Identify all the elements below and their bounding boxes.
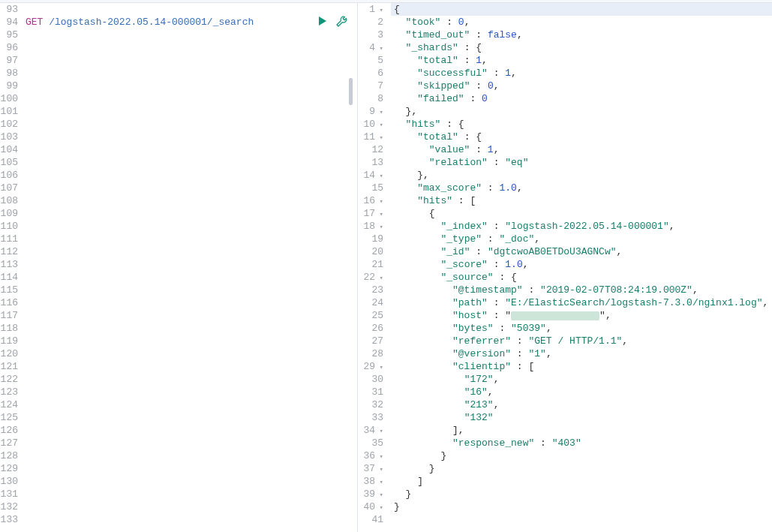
- code-line[interactable]: "@version" : "1",: [391, 347, 772, 360]
- code-line[interactable]: [23, 360, 357, 373]
- code-line[interactable]: "hits" : [: [391, 194, 772, 207]
- code-line[interactable]: [23, 335, 357, 347]
- code-line[interactable]: }: [391, 449, 772, 462]
- code-line[interactable]: [23, 54, 357, 67]
- code-line[interactable]: [23, 233, 357, 245]
- response-code[interactable]: { "took" : 0, "timed_out" : false, "_sha…: [391, 3, 772, 526]
- code-line[interactable]: [23, 462, 357, 475]
- fold-icon[interactable]: ▾: [375, 7, 383, 14]
- code-line[interactable]: "path" : "E:/ElasticSearch/logstash-7.3.…: [391, 296, 772, 309]
- code-line[interactable]: [23, 182, 357, 194]
- code-line[interactable]: "failed" : 0: [391, 92, 772, 105]
- request-code[interactable]: GET /logstash-2022.05.14-000001/_search: [23, 3, 357, 526]
- code-line[interactable]: [23, 347, 357, 360]
- code-line[interactable]: [23, 245, 357, 258]
- fold-icon[interactable]: ▾: [375, 173, 383, 180]
- code-line[interactable]: [391, 513, 772, 526]
- code-line[interactable]: },: [391, 169, 772, 182]
- code-line[interactable]: }: [391, 500, 772, 513]
- run-icon[interactable]: [317, 15, 329, 27]
- code-line[interactable]: "total" : {: [391, 131, 772, 143]
- code-line[interactable]: [23, 118, 357, 131]
- fold-icon[interactable]: ▾: [375, 134, 383, 142]
- code-line[interactable]: [23, 169, 357, 182]
- code-line[interactable]: {: [391, 3, 772, 16]
- code-line[interactable]: [23, 284, 357, 296]
- code-line[interactable]: "172",: [391, 373, 772, 386]
- code-line[interactable]: [23, 258, 357, 271]
- code-line[interactable]: [23, 207, 357, 220]
- code-line[interactable]: [23, 373, 357, 386]
- code-line[interactable]: "took" : 0,: [391, 16, 772, 29]
- code-line[interactable]: [23, 488, 357, 500]
- code-line[interactable]: [23, 92, 357, 105]
- fold-icon[interactable]: ▾: [375, 364, 383, 371]
- scrollbar-marker[interactable]: [349, 78, 353, 105]
- code-line[interactable]: [23, 309, 357, 322]
- code-line[interactable]: "_shards" : {: [391, 41, 772, 54]
- fold-icon[interactable]: ▾: [375, 224, 383, 231]
- code-line[interactable]: [23, 449, 357, 462]
- code-line[interactable]: "response_new" : "403": [391, 437, 772, 449]
- fold-icon[interactable]: ▾: [375, 45, 383, 53]
- code-line[interactable]: "total" : 1,: [391, 54, 772, 67]
- code-line[interactable]: "_id" : "dgtcwoAB0ETDoU3AGNCw",: [391, 245, 772, 258]
- code-line[interactable]: }: [391, 462, 772, 475]
- fold-icon[interactable]: ▾: [375, 198, 383, 206]
- fold-icon[interactable]: ▾: [375, 211, 383, 218]
- code-line[interactable]: "213",: [391, 398, 772, 411]
- code-line[interactable]: "@timestamp" : "2019-02-07T08:24:19.000Z…: [391, 284, 772, 296]
- code-line[interactable]: "_index" : "logstash-2022.05.14-000001",: [391, 220, 772, 233]
- code-line[interactable]: [23, 271, 357, 284]
- code-line[interactable]: }: [391, 488, 772, 500]
- code-line[interactable]: "successful" : 1,: [391, 67, 772, 80]
- code-line[interactable]: [23, 296, 357, 309]
- code-line[interactable]: [23, 386, 357, 398]
- code-line[interactable]: "16",: [391, 386, 772, 398]
- fold-icon[interactable]: ▾: [375, 428, 383, 435]
- code-line[interactable]: [23, 131, 357, 143]
- fold-icon[interactable]: ▾: [375, 479, 383, 486]
- code-line[interactable]: "relation" : "eq": [391, 156, 772, 169]
- fold-icon[interactable]: ▾: [375, 504, 383, 512]
- code-line[interactable]: [23, 475, 357, 488]
- code-line[interactable]: {: [391, 207, 772, 220]
- code-line[interactable]: "value" : 1,: [391, 143, 772, 156]
- code-line[interactable]: "referrer" : "GET / HTTP/1.1",: [391, 335, 772, 347]
- code-line[interactable]: },: [391, 105, 772, 118]
- code-line[interactable]: "_source" : {: [391, 271, 772, 284]
- code-line[interactable]: "_score" : 1.0,: [391, 258, 772, 271]
- code-line[interactable]: [23, 143, 357, 156]
- code-line[interactable]: "max_score" : 1.0,: [391, 182, 772, 194]
- code-line[interactable]: [23, 67, 357, 80]
- code-line[interactable]: "132": [391, 411, 772, 424]
- code-line[interactable]: [23, 3, 357, 16]
- fold-icon[interactable]: ▾: [375, 453, 383, 461]
- code-line[interactable]: ],: [391, 424, 772, 437]
- code-line[interactable]: [23, 424, 357, 437]
- code-line[interactable]: ]: [391, 475, 772, 488]
- code-line[interactable]: [23, 41, 357, 54]
- code-line[interactable]: [23, 398, 357, 411]
- fold-icon[interactable]: ▾: [375, 109, 383, 116]
- code-line[interactable]: "clientip" : [: [391, 360, 772, 373]
- fold-icon[interactable]: ▾: [375, 491, 383, 499]
- code-line[interactable]: "bytes" : "5039",: [391, 322, 772, 335]
- code-line[interactable]: "timed_out" : false,: [391, 29, 772, 41]
- code-line[interactable]: "skipped" : 0,: [391, 80, 772, 92]
- code-line[interactable]: "hits" : {: [391, 118, 772, 131]
- code-line[interactable]: [23, 220, 357, 233]
- code-line[interactable]: "_type" : "_doc",: [391, 233, 772, 245]
- fold-icon[interactable]: ▾: [375, 275, 383, 282]
- code-line[interactable]: [23, 437, 357, 449]
- code-line[interactable]: [23, 156, 357, 169]
- code-line[interactable]: [23, 411, 357, 424]
- code-line[interactable]: [23, 80, 357, 92]
- code-line[interactable]: "host" : "",: [391, 309, 772, 322]
- code-line[interactable]: [23, 322, 357, 335]
- code-line[interactable]: [23, 29, 357, 41]
- wrench-icon[interactable]: [336, 15, 348, 27]
- code-line[interactable]: [23, 194, 357, 207]
- fold-icon[interactable]: ▾: [375, 122, 383, 129]
- code-line[interactable]: [23, 513, 357, 526]
